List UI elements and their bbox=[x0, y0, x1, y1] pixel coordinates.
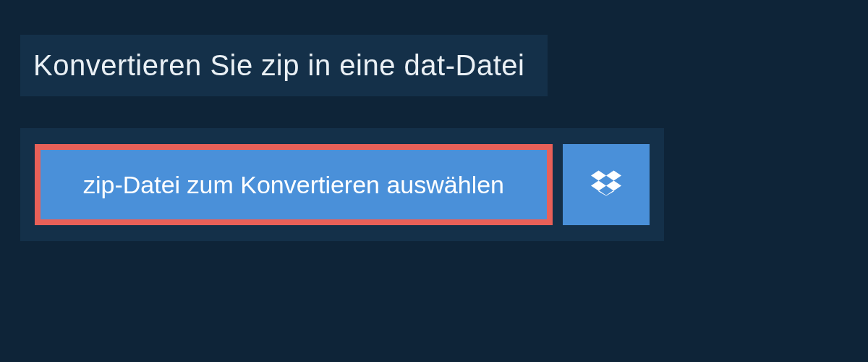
dropbox-button[interactable] bbox=[563, 144, 650, 225]
page-title: Konvertieren Sie zip in eine dat-Datei bbox=[33, 49, 524, 82]
converter-widget: Konvertieren Sie zip in eine dat-Datei z… bbox=[0, 0, 868, 276]
select-file-button[interactable]: zip-Datei zum Konvertieren auswählen bbox=[35, 144, 553, 225]
select-file-label: zip-Datei zum Konvertieren auswählen bbox=[83, 171, 504, 199]
dropbox-icon bbox=[591, 168, 621, 201]
header-bar: Konvertieren Sie zip in eine dat-Datei bbox=[20, 35, 548, 96]
upload-panel: zip-Datei zum Konvertieren auswählen bbox=[20, 128, 664, 241]
